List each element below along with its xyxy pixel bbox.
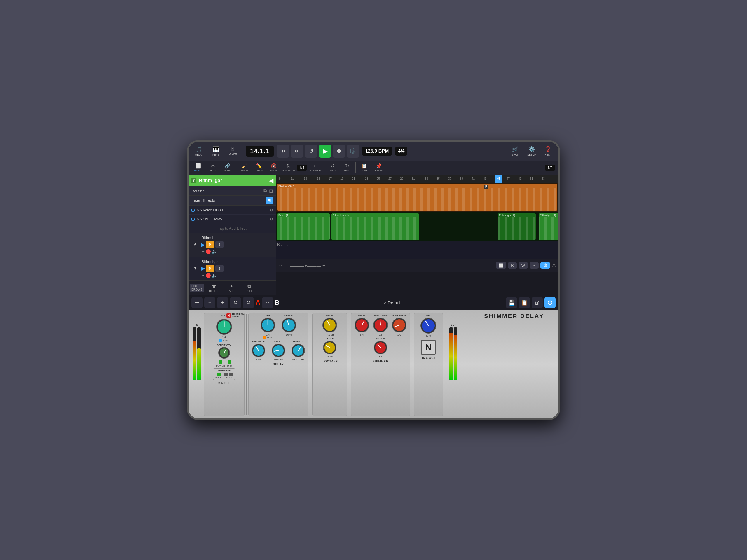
plugin-power-btn[interactable]: ⏻ (544, 297, 556, 308)
plugin-minus-btn[interactable]: − (204, 297, 215, 308)
r-btn[interactable]: R (508, 262, 516, 269)
effect-slot-2[interactable]: ⏻ NA Shi... Delay ↺ (188, 215, 276, 224)
time-knob-delay[interactable] (260, 317, 276, 333)
delete-button[interactable]: 🗑 DELETE (205, 282, 223, 295)
plugin-arrow-btn[interactable]: ↔ (262, 297, 273, 308)
record-button[interactable]: ⏺ (333, 145, 345, 158)
plugin-undo-btn[interactable]: ↺ (230, 297, 241, 308)
help-button[interactable]: ❓ HELP (540, 143, 556, 159)
routing-section[interactable]: Routing ⧉ ⊞ (188, 186, 276, 196)
play-button[interactable]: ▶ (319, 145, 332, 158)
track7-clip-2[interactable]: Rithm Igor (1) (332, 213, 419, 240)
erase-tool[interactable]: 🧹 ERASE (237, 161, 252, 174)
track7-arrow[interactable]: ◀ (269, 177, 274, 184)
bpm-display[interactable]: 125.0 BPM (362, 147, 392, 156)
track7-mute[interactable]: M (206, 265, 214, 272)
track6-play[interactable]: ▶ (201, 242, 205, 248)
mute-tool[interactable]: 🔇 MUTE (266, 161, 281, 174)
stretch-tool[interactable]: ↔ STRETCH (308, 161, 323, 174)
offset-knob[interactable] (281, 317, 297, 333)
exp-led[interactable] (229, 373, 233, 376)
routing-expand-icon[interactable]: ⊞ (269, 188, 273, 194)
frame-btn[interactable]: ⬜ (496, 262, 506, 269)
track7-clip-4[interactable]: Rithm Igor (4) (539, 213, 559, 240)
highcut-knob[interactable] (291, 343, 306, 358)
track7-speaker[interactable]: 🔈 (212, 273, 217, 278)
track7-clip-1[interactable]: Rith... (1) (277, 213, 330, 240)
log-led[interactable] (224, 373, 228, 376)
level-octave-knob[interactable] (321, 317, 338, 333)
track6-speaker[interactable]: 🔈 (212, 249, 217, 254)
effect2-edit-icon[interactable]: ↺ (270, 217, 274, 222)
list-brows-button[interactable]: LISTBROWS (190, 284, 204, 292)
plugin-trash-btn[interactable]: 🗑 (532, 297, 543, 308)
shop-button[interactable]: 🛒 SHOP (507, 143, 523, 159)
rewind-button[interactable]: ⏮ (277, 145, 289, 158)
octave-section: LEVEL -7.1 dB REGEN (312, 313, 347, 416)
divider-5 (445, 314, 445, 415)
ruler-31: 31 (412, 177, 415, 180)
time-sig-display[interactable]: 4/4 (395, 147, 407, 156)
level-shimmer-knob[interactable] (354, 317, 370, 333)
transpose-tool[interactable]: ⇅ TRANSPOSE (281, 161, 295, 174)
undo-tool[interactable]: ↺ UNDO (325, 161, 340, 174)
quantize-display[interactable]: 1/4 (297, 164, 307, 171)
insert-effects-icon[interactable]: ⊞ (266, 197, 273, 204)
track6-star[interactable]: ✦ (201, 249, 205, 254)
fastforward-button[interactable]: ⏭ (291, 145, 304, 158)
track7-star[interactable]: ✦ (201, 273, 205, 278)
power-btn-bottom[interactable]: ⏻ (540, 262, 550, 269)
linear-led[interactable] (217, 373, 221, 376)
plugin-preset-name[interactable]: > Default (281, 300, 504, 305)
regen-octave-knob[interactable] (322, 340, 337, 355)
semitones-knob[interactable] (372, 317, 389, 333)
glue-tool[interactable]: 🔗 GLUE (220, 161, 235, 174)
plugin-redo-btn[interactable]: ↻ (243, 297, 254, 308)
effect-slot-1[interactable]: ⏻ NA Voice DC30 ↺ (188, 206, 276, 215)
power-led[interactable] (219, 360, 222, 364)
track7-solo[interactable]: S (215, 265, 224, 272)
distortion-knob[interactable] (391, 317, 407, 333)
effect1-edit-icon[interactable]: ↺ (270, 208, 274, 212)
scissor-btn[interactable]: ✂ (530, 262, 539, 269)
add-button[interactable]: + ADD (223, 282, 240, 295)
paste-tool[interactable]: 📌 PASTE (371, 161, 386, 174)
plugin-save2-btn[interactable]: 📋 (519, 297, 530, 308)
dupl-button[interactable]: ⧉ DUPL (240, 282, 258, 295)
select-tool[interactable]: ⬜ SELECT (191, 161, 205, 174)
feedback-knob[interactable] (251, 343, 266, 358)
redo-tool[interactable]: ↻ REDO (340, 161, 354, 174)
half-display[interactable]: 1/2 (545, 164, 555, 171)
setup-button[interactable]: ⚙️ SETUP (523, 143, 540, 159)
split-tool[interactable]: ✂ SPLIT (205, 161, 220, 174)
copy-tool[interactable]: 📋 COPY (357, 161, 371, 174)
plugin-save-btn[interactable]: 💾 (506, 297, 517, 308)
track6-solo[interactable]: S (215, 241, 224, 248)
track7-play[interactable]: ▶ (201, 265, 205, 271)
track7-clip-3[interactable]: Rithm Igor (2) (498, 213, 536, 240)
w-btn[interactable]: W (518, 262, 528, 269)
close-timeline-btn[interactable]: ✕ (552, 262, 556, 269)
dry-led[interactable] (228, 360, 231, 364)
octave-top: LEVEL -7.1 dB (321, 314, 338, 336)
tap-add-effect-button[interactable]: Tap to Add Effect (188, 224, 276, 233)
media-button[interactable]: 🎵 MEDIA (191, 143, 207, 159)
lowcut-knob[interactable] (271, 343, 286, 358)
loop-button[interactable]: ↺ (305, 145, 317, 158)
track6-mute[interactable]: M (206, 241, 214, 248)
mixer-button[interactable]: 🎚 MIXER (225, 143, 241, 159)
metronome-button[interactable]: 🎼 (347, 145, 360, 158)
sensitivity-knob[interactable] (218, 347, 231, 359)
effect1-power-icon[interactable]: ⏻ (191, 208, 195, 212)
time-knob-swell[interactable] (215, 318, 233, 336)
mix-knob[interactable] (420, 317, 437, 334)
draw-tool[interactable]: ✏️ DRAW (252, 161, 266, 174)
track6-clip-main[interactable]: Rhythm Gtr 2 (277, 184, 557, 211)
plugin-plus-btn[interactable]: + (217, 297, 228, 308)
regen-shimmer-knob[interactable] (373, 340, 388, 355)
position-display[interactable]: 14.1.1 (246, 146, 274, 157)
plugin-title: SHIMMER DELAY (484, 313, 544, 320)
plugin-menu-btn[interactable]: ☰ (191, 297, 203, 308)
keys-button[interactable]: 🎹 KEYS (208, 143, 224, 159)
effect2-power-icon[interactable]: ⏻ (191, 217, 195, 222)
